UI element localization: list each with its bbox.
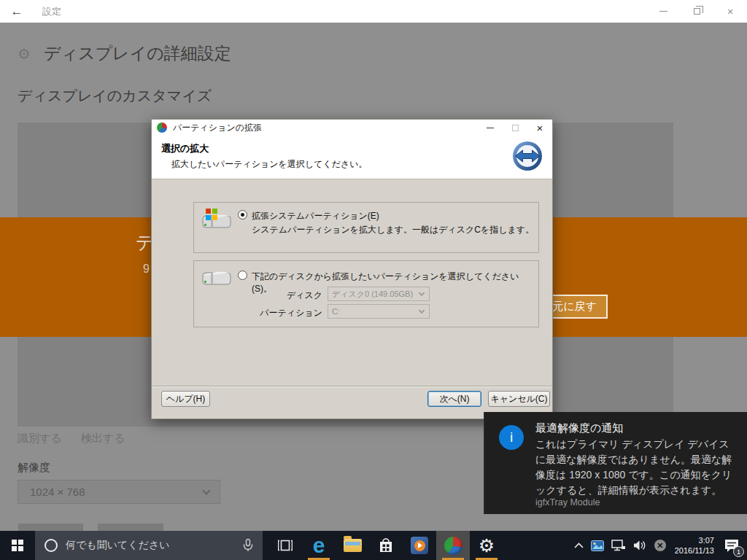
- cortana-search-box[interactable]: 何でも聞いてください: [35, 531, 263, 560]
- volume-tray-icon[interactable]: [630, 531, 651, 560]
- dialog-title: パーティションの拡張: [173, 122, 262, 134]
- option-system-label: 拡張システムパーティション(E): [252, 210, 379, 222]
- taskbar-media-player-button[interactable]: [403, 531, 436, 560]
- toast-title: 最適解像度の通知: [535, 421, 623, 435]
- dialog-cancel-button[interactable]: キャンセル(C): [488, 391, 550, 407]
- back-icon: ←: [11, 4, 23, 18]
- section-title: ディスプレイのカスタマイズ: [18, 86, 212, 106]
- restore-button[interactable]: [680, 0, 713, 23]
- gear-icon: ⚙: [18, 45, 31, 63]
- cancel-button-partial[interactable]: [98, 524, 163, 531]
- taskbar-store-button[interactable]: [369, 531, 403, 560]
- chevron-down-icon: [202, 486, 210, 494]
- notification-badge: 1: [733, 546, 744, 557]
- taskbar-partition-tool-button[interactable]: [436, 531, 470, 560]
- display-links-row: 識別する 検出する: [18, 432, 125, 446]
- radio-expand-system-partition[interactable]: [238, 210, 247, 219]
- system-tray: ✕ 3:07 2016/11/13 1: [570, 531, 747, 560]
- microphone-icon[interactable]: [243, 539, 253, 552]
- apply-button-partial[interactable]: [18, 524, 83, 531]
- search-placeholder: 何でも聞いてください: [66, 539, 170, 552]
- partition-field-label: パーティション: [257, 307, 322, 319]
- partition-app-icon: [157, 122, 167, 133]
- store-icon: [378, 537, 394, 553]
- minimize-button[interactable]: [646, 0, 680, 23]
- resolution-value: 747 × 560: [30, 486, 85, 498]
- wizard-step-title: 選択の拡大: [161, 142, 209, 155]
- option-manual-groupbox: 下記のディスクから拡張したいパーティションを選択してください(S)。 ディスク …: [193, 260, 539, 327]
- taskbar-file-explorer-button[interactable]: [336, 531, 369, 560]
- back-button[interactable]: ←: [0, 4, 34, 19]
- option-system-description: システムパーティションを拡大します。一般はディスクCを指します。: [252, 224, 534, 236]
- graphics-tray-icon[interactable]: [587, 531, 608, 560]
- page-heading-row: ⚙ ディスプレイの詳細設定: [18, 42, 231, 65]
- maximize-icon: [512, 125, 519, 131]
- detect-link[interactable]: 検出する: [81, 432, 125, 446]
- radio-select-partition[interactable]: [238, 271, 247, 280]
- info-icon: i: [499, 425, 524, 450]
- restore-icon: [694, 8, 700, 15]
- toast-body: これはプライマリ ディスプレイ デバイスに最適な解像度ではありません。最適な解像…: [535, 437, 738, 498]
- windows-logo-icon: [12, 540, 23, 551]
- identify-link[interactable]: 識別する: [18, 432, 62, 446]
- start-button[interactable]: [0, 531, 35, 560]
- network-tray-icon[interactable]: [608, 531, 630, 560]
- close-icon: ×: [537, 122, 543, 133]
- clock-time: 3:07: [675, 535, 714, 545]
- chevron-down-icon: [419, 307, 425, 313]
- clock-date: 2016/11/13: [675, 545, 714, 556]
- resolution-notification-toast[interactable]: i 最適解像度の通知 これはプライマリ ディスプレイ デバイスに最適な解像度では…: [484, 412, 747, 514]
- wizard-step-subtitle: 拡大したいパーティションを選択してください。: [171, 158, 368, 171]
- dismiss-tray-icon[interactable]: ✕: [651, 531, 670, 560]
- gear-icon: ⚙: [479, 537, 495, 555]
- taskbar-edge-button[interactable]: e: [302, 531, 336, 560]
- option-system-groupbox: 拡張システムパーティション(E) システムパーティションを拡大します。一般はディ…: [193, 202, 539, 253]
- page-title: ディスプレイの詳細設定: [44, 42, 231, 65]
- taskbar-clock[interactable]: 3:07 2016/11/13: [670, 535, 719, 556]
- settings-titlebar: ← 設定 ×: [0, 0, 747, 23]
- edge-icon: e: [313, 534, 325, 556]
- action-center-button[interactable]: 1: [719, 531, 744, 560]
- partition-tool-icon: [444, 537, 462, 555]
- dialog-minimize-button[interactable]: [478, 120, 503, 136]
- partition-expand-dialog: パーティションの拡張 × 選択の拡大 拡大したいパーティションを選択してください…: [151, 119, 553, 419]
- taskbar: 何でも聞いてください e ⚙: [0, 531, 747, 560]
- toast-source: igfxTray Module: [535, 497, 600, 508]
- close-icon: ×: [727, 7, 733, 17]
- partition-select: C:: [328, 304, 430, 319]
- tray-chevron-up[interactable]: [570, 531, 587, 560]
- disk-select-value: ディスク0 (149.05GB): [332, 289, 413, 300]
- close-button[interactable]: ×: [713, 0, 747, 23]
- cortana-icon: [44, 539, 58, 552]
- dialog-window-controls: ×: [478, 120, 552, 136]
- dialog-separator: [152, 386, 552, 387]
- banner-countdown-fragment: 9: [143, 262, 150, 276]
- media-player-icon: [411, 537, 428, 554]
- file-explorer-icon: [344, 539, 362, 552]
- help-button[interactable]: ヘルプ(H): [161, 391, 210, 407]
- dialog-titlebar[interactable]: パーティションの拡張 ×: [152, 120, 552, 136]
- resolution-label: 解像度: [18, 461, 50, 475]
- x-circle-icon: ✕: [654, 540, 666, 551]
- disk-field-label: ディスク: [257, 289, 322, 302]
- partition-select-value: C:: [332, 307, 340, 316]
- system-disk-icon: [200, 207, 232, 232]
- dialog-close-button[interactable]: ×: [527, 120, 552, 136]
- minimize-icon: [487, 128, 494, 128]
- chevron-down-icon: [419, 289, 425, 295]
- disk-icon: [200, 267, 232, 289]
- taskbar-settings-button[interactable]: ⚙: [470, 531, 503, 560]
- dialog-maximize-button: [503, 120, 527, 136]
- window-controls: ×: [646, 0, 747, 23]
- task-view-button[interactable]: [268, 531, 302, 560]
- settings-window-title: 設定: [42, 5, 61, 18]
- disk-select: ディスク0 (149.05GB): [328, 287, 430, 301]
- next-button[interactable]: 次へ(N): [427, 391, 481, 407]
- task-view-icon: [278, 539, 293, 552]
- resolution-dropdown[interactable]: 747 × 560: [18, 480, 220, 504]
- resize-partition-icon: [512, 141, 543, 171]
- wizard-header: 選択の拡大 拡大したいパーティションを選択してください。: [152, 136, 552, 179]
- minimize-icon: [659, 11, 667, 12]
